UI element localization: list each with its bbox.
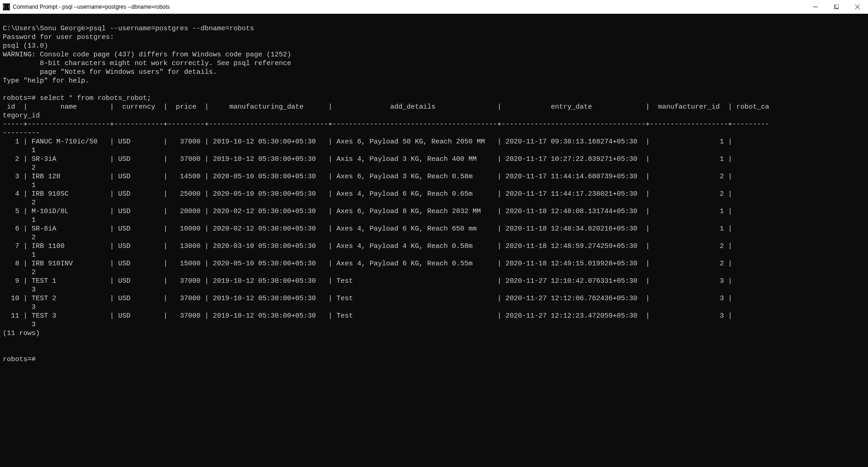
terminal-output[interactable]: C:\Users\Sonu George>psql --username=pos… bbox=[0, 14, 868, 467]
cmd-window: C:\ Command Prompt - psql --username=pos… bbox=[0, 0, 868, 467]
maximize-button[interactable] bbox=[826, 0, 847, 14]
close-button[interactable] bbox=[847, 0, 868, 14]
window-controls bbox=[805, 0, 868, 14]
cmd-icon: C:\ bbox=[3, 3, 10, 11]
window-title: Command Prompt - psql --username=postgre… bbox=[13, 4, 170, 10]
svg-rect-2 bbox=[835, 5, 839, 8]
minimize-button[interactable] bbox=[805, 0, 826, 14]
titlebar[interactable]: C:\ Command Prompt - psql --username=pos… bbox=[0, 0, 868, 14]
